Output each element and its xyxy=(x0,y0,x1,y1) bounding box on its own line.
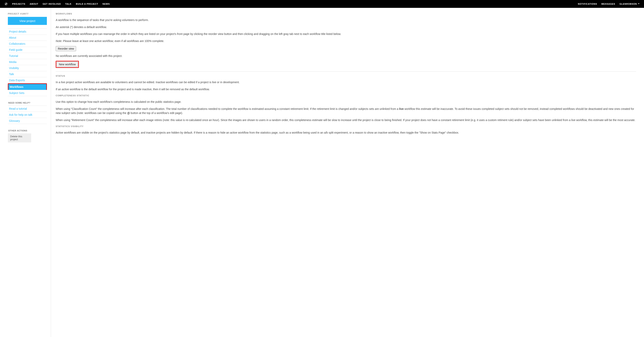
svg-point-2 xyxy=(6,4,6,4)
sidebar-item-tutorial[interactable]: Tutorial xyxy=(8,53,47,59)
completeness-p2: When using "Classification Count" the co… xyxy=(56,107,636,116)
sidebar-item-workflows[interactable]: Workflows xyxy=(8,84,46,90)
sidebar-item-project-details[interactable]: Project details xyxy=(8,29,47,34)
navbar-right: NOTIFICATIONS MESSAGES GLENROBSON xyxy=(578,3,640,5)
nav-projects[interactable]: PROJECTS xyxy=(12,3,25,5)
new-workflow-button[interactable]: New workflow xyxy=(57,62,78,67)
sidebar: PROJECT #18977 View project Project deta… xyxy=(0,8,51,337)
workflows-none-text: No workflows are currently associated wi… xyxy=(56,54,636,58)
sidebar-other-label: OTHER ACTIONS xyxy=(8,130,47,132)
nav-messages[interactable]: MESSAGES xyxy=(602,3,615,5)
top-navbar: PROJECTS ABOUT GET INVOLVED TALK BUILD A… xyxy=(0,0,644,8)
nav-talk[interactable]: TALK xyxy=(65,3,72,5)
nav-get-involved[interactable]: GET INVOLVED xyxy=(42,3,61,5)
sidebar-item-field-guide[interactable]: Field guide xyxy=(8,47,47,53)
workflows-note-body: : Please leave at least one active workf… xyxy=(62,40,164,42)
note-label: Note xyxy=(56,40,62,42)
sidebar-item-subject-sets[interactable]: Subject Sets xyxy=(8,90,47,96)
nav-user-menu[interactable]: GLENROBSON xyxy=(620,3,640,5)
status-p1: In a live project active workflows are a… xyxy=(56,80,636,84)
sidebar-nav-main: Project details About Collaborators Fiel… xyxy=(8,28,47,96)
status-heading: STATUS xyxy=(56,75,636,77)
sidebar-item-media[interactable]: Media xyxy=(8,59,47,65)
sidebar-item-collaborators[interactable]: Collaborators xyxy=(8,41,47,47)
sidebar-item-about[interactable]: About xyxy=(8,35,47,40)
reorder-view-button[interactable]: Reorder view xyxy=(56,46,76,51)
nav-about[interactable]: ABOUT xyxy=(30,3,38,5)
stats-visibility-heading: STATISTICS VISIBILITY xyxy=(56,125,636,128)
sidebar-item-read-tutorial[interactable]: Read a tutorial xyxy=(8,106,47,112)
stats-visibility-p1: Active workflows are visible on the proj… xyxy=(56,131,636,135)
view-project-button[interactable]: View project xyxy=(8,17,47,25)
delete-project-button[interactable]: Delete this project xyxy=(8,134,31,142)
sidebar-nav-help: Read a tutorial Ask for help on talk Glo… xyxy=(8,106,47,124)
nav-username: GLENROBSON xyxy=(620,3,637,5)
highlighted-new-workflow: New workflow xyxy=(56,61,79,68)
main-content: WORKFLOWS A workflow is the sequence of … xyxy=(51,8,644,337)
nav-news[interactable]: NEWS xyxy=(102,3,110,5)
completeness-p2d: button at the top of a workflow's edit p… xyxy=(130,112,183,114)
nav-notifications[interactable]: NOTIFICATIONS xyxy=(578,3,597,5)
workflows-note-text: Note: Please leave at least one active w… xyxy=(56,39,636,43)
nav-build-a-project[interactable]: BUILD A PROJECT xyxy=(76,3,98,5)
sidebar-help-label: NEED SOME HELP? xyxy=(8,102,47,104)
completeness-p2a: When using "Classification Count" the co… xyxy=(56,107,399,110)
completeness-p2-bold-live: live xyxy=(399,107,404,110)
project-id-label: PROJECT #18977 xyxy=(8,12,47,15)
chevron-down-icon xyxy=(638,3,640,5)
status-p2: If an active workflow is the default wor… xyxy=(56,87,636,92)
sidebar-item-talk[interactable]: Talk xyxy=(8,71,47,77)
completeness-p3: When using "Retirement Count" the comple… xyxy=(56,118,636,122)
sidebar-item-data-exports[interactable]: Data Exports xyxy=(8,77,47,83)
workflows-heading: WORKFLOWS xyxy=(56,12,636,15)
workflows-asterisk-text: An asterisk (*) denotes a default workfl… xyxy=(56,25,636,30)
completeness-p1: Use this option to change how each workf… xyxy=(56,100,636,104)
navbar-left: PROJECTS ABOUT GET INVOLVED TALK BUILD A… xyxy=(4,2,110,6)
highlighted-sidebar-workflows: Workflows xyxy=(8,83,47,90)
sidebar-item-visibility[interactable]: Visibility xyxy=(8,65,47,71)
workflows-intro-text: A workflow is the sequence of tasks that… xyxy=(56,18,636,22)
completeness-heading: COMPLETENESS STATISTIC xyxy=(56,94,636,97)
copy-icon xyxy=(127,111,130,116)
workflows-multi-text: If you have multiple workflows you can r… xyxy=(56,32,636,36)
zooniverse-logo-icon[interactable] xyxy=(4,2,8,6)
sidebar-item-ask-help-talk[interactable]: Ask for help on talk xyxy=(8,112,47,118)
sidebar-item-glossary[interactable]: Glossary xyxy=(8,118,47,124)
